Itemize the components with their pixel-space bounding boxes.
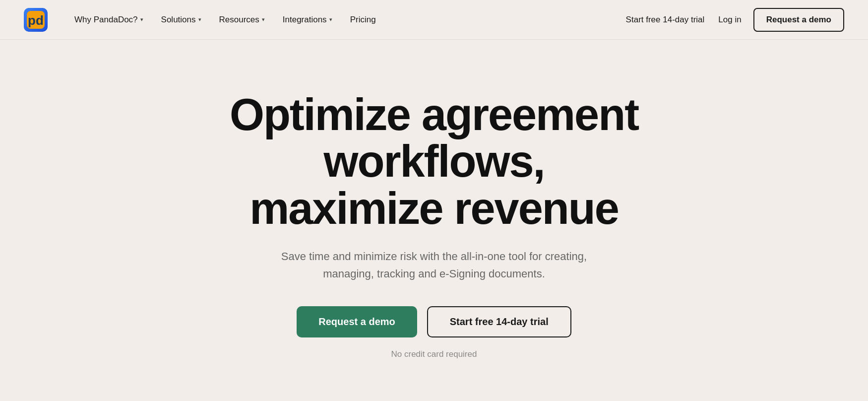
svg-text:pd: pd xyxy=(28,13,44,28)
request-demo-hero-button[interactable]: Request a demo xyxy=(297,306,417,337)
chevron-down-icon: ▾ xyxy=(262,16,265,23)
hero-cta-buttons: Request a demo Start free 14-day trial xyxy=(297,306,571,337)
no-credit-card-note: No credit card required xyxy=(391,349,477,359)
chevron-down-icon: ▾ xyxy=(198,16,201,23)
navbar: pd Why PandaDoc? ▾ Solutions ▾ Resources… xyxy=(0,0,868,40)
chevron-down-icon: ▾ xyxy=(140,16,143,23)
nav-label-integrations: Integrations xyxy=(283,15,327,25)
hero-title: Optimize agreement workflows, maximize r… xyxy=(161,91,707,232)
nav-label-resources: Resources xyxy=(219,15,259,25)
nav-menu: Why PandaDoc? ▾ Solutions ▾ Resources ▾ … xyxy=(67,11,624,29)
navbar-actions: Start free 14-day trial Log in Request a… xyxy=(624,8,844,32)
nav-item-pricing[interactable]: Pricing xyxy=(343,11,383,29)
start-trial-hero-button[interactable]: Start free 14-day trial xyxy=(427,306,571,337)
nav-item-resources[interactable]: Resources ▾ xyxy=(212,11,272,29)
nav-label-why-pandadoc: Why PandaDoc? xyxy=(74,15,138,25)
hero-title-line2: maximize revenue xyxy=(249,184,618,233)
nav-label-pricing: Pricing xyxy=(350,15,376,25)
hero-title-line1: Optimize agreement workflows, xyxy=(230,90,638,187)
nav-label-solutions: Solutions xyxy=(161,15,196,25)
nav-item-integrations[interactable]: Integrations ▾ xyxy=(276,11,339,29)
hero-section: Optimize agreement workflows, maximize r… xyxy=(0,40,868,401)
nav-item-solutions[interactable]: Solutions ▾ xyxy=(154,11,208,29)
start-trial-nav-link[interactable]: Start free 14-day trial xyxy=(624,11,707,29)
login-link[interactable]: Log in xyxy=(716,11,743,29)
logo[interactable]: pd xyxy=(24,8,48,32)
request-demo-nav-button[interactable]: Request a demo xyxy=(753,8,844,32)
chevron-down-icon: ▾ xyxy=(329,16,332,23)
hero-subtitle: Save time and minimize risk with the all… xyxy=(265,248,603,282)
pandadoc-logo-icon: pd xyxy=(24,8,48,32)
nav-item-why-pandadoc[interactable]: Why PandaDoc? ▾ xyxy=(67,11,150,29)
